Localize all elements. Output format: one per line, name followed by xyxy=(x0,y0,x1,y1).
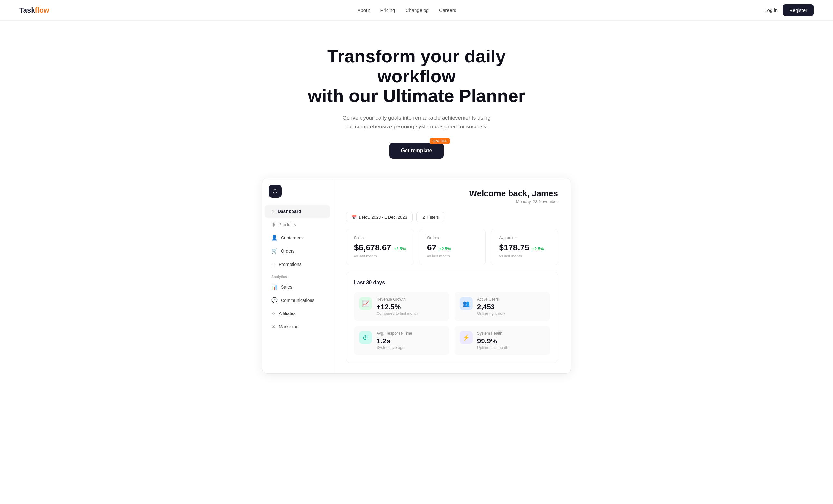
nav-changelog[interactable]: Changelog xyxy=(405,7,429,13)
date-range-button[interactable]: 📅 1 Nov, 2023 - 1 Dec, 2023 xyxy=(346,212,413,222)
main-dashboard: Welcome back, James Monday, 23 November … xyxy=(333,178,571,373)
nav-links: About Pricing Changelog Careers xyxy=(357,7,456,13)
register-button[interactable]: Register xyxy=(783,4,814,16)
stat-vs-avg-order: vs last month xyxy=(499,254,550,258)
customers-icon: 👤 xyxy=(271,235,278,241)
stat-value-avg-order: $178.75 +2.5% xyxy=(499,243,550,253)
response-label: Avg. Response Time xyxy=(377,331,412,336)
sidebar-nav-item-communications[interactable]: 💬 Communications xyxy=(265,294,330,306)
sidebar-label-dashboard: Dashboard xyxy=(278,209,301,214)
sidebar-nav-item-customers[interactable]: 👤 Customers xyxy=(265,231,330,244)
health-label: System Health xyxy=(477,331,508,336)
filters-label: Filters xyxy=(427,215,439,220)
sidebar-nav-item-marketing[interactable]: ✉ Marketing xyxy=(265,320,330,333)
stat-label-sales: Sales xyxy=(354,235,406,240)
sidebar-label-marketing: Marketing xyxy=(279,324,298,329)
health-icon-wrap: ⚡ xyxy=(460,331,473,344)
filter-icon: ⊿ xyxy=(422,215,426,220)
analytics-card-revenue: 📈 Revenue Growth +12.5% Compared to last… xyxy=(354,292,449,321)
stat-value-sales: $6,678.67 +2.5% xyxy=(354,243,406,253)
nav-about[interactable]: About xyxy=(357,7,370,13)
sidebar-label-communications: Communications xyxy=(281,298,314,303)
sales-icon: 📊 xyxy=(271,284,278,290)
sidebar-nav-item-affiliates[interactable]: ⊹ Affiliates xyxy=(265,307,330,320)
sidebar-nav-item-promotions[interactable]: ◻ Promotions xyxy=(265,258,330,270)
products-icon: ◈ xyxy=(271,221,275,228)
sidebar-label-promotions: Promotions xyxy=(279,262,302,267)
stats-row: Sales $6,678.67 +2.5% vs last month Orde… xyxy=(346,229,558,265)
discount-badge: 30% OFF xyxy=(430,138,450,144)
health-sub: Uptime this month xyxy=(477,345,508,350)
response-value: 1.2s xyxy=(377,337,412,345)
users-sub: Online right now xyxy=(477,311,505,316)
stat-value-orders: 67 +2.5% xyxy=(427,243,478,253)
analytics-section: Last 30 days 📈 Revenue Growth +12.5% Com… xyxy=(346,272,558,363)
cube-icon: ⬡ xyxy=(272,187,278,195)
stat-label-orders: Orders xyxy=(427,235,478,240)
welcome-title: Welcome back, James xyxy=(346,188,558,199)
navbar: Taskflow About Pricing Changelog Careers… xyxy=(0,0,833,21)
sidebar-label-customers: Customers xyxy=(281,235,303,241)
stat-change-orders: +2.5% xyxy=(439,247,451,251)
sidebar-label-affiliates: Affiliates xyxy=(279,311,296,316)
sidebar: ⬡ ⌂ Dashboard ◈ Products 👤 Customers 🛒 O… xyxy=(262,178,333,373)
sidebar-label-orders: Orders xyxy=(281,249,295,254)
users-label: Active Users xyxy=(477,297,505,302)
stat-card-avg-order: Avg order $178.75 +2.5% vs last month xyxy=(491,229,558,265)
welcome-date: Monday, 23 November xyxy=(346,199,558,204)
welcome-row: Welcome back, James Monday, 23 November xyxy=(346,188,558,204)
brand-name-part1: Task xyxy=(19,6,35,14)
stat-change-sales: +2.5% xyxy=(394,247,406,251)
hero-subtext: Convert your daily goals into remarkable… xyxy=(339,114,494,131)
analytics-info-users: Active Users 2,453 Online right now xyxy=(477,297,505,316)
stat-change-avg-order: +2.5% xyxy=(532,247,544,251)
stat-label-avg-order: Avg order xyxy=(499,235,550,240)
health-value: 99.9% xyxy=(477,337,508,345)
analytics-card-users: 👥 Active Users 2,453 Online right now xyxy=(454,292,550,321)
app-preview: ⬡ ⌂ Dashboard ◈ Products 👤 Customers 🛒 O… xyxy=(262,178,571,374)
cta-button[interactable]: Get template xyxy=(389,143,444,159)
sidebar-nav-item-products[interactable]: ◈ Products xyxy=(265,218,330,231)
orders-icon: 🛒 xyxy=(271,248,278,254)
health-icon: ⚡ xyxy=(462,334,470,341)
sidebar-label-products: Products xyxy=(278,222,296,227)
clock-icon: ⏱ xyxy=(363,334,368,341)
revenue-sub: Compared to last month xyxy=(377,311,418,316)
analytics-section-label: Analytics xyxy=(262,271,333,280)
users-icon-wrap: 👥 xyxy=(460,297,473,310)
trending-up-icon: 📈 xyxy=(362,300,369,307)
login-link[interactable]: Log in xyxy=(764,7,778,13)
analytics-info-health: System Health 99.9% Uptime this month xyxy=(477,331,508,350)
brand-name-part2: flow xyxy=(35,6,49,14)
response-sub: System average xyxy=(377,345,412,350)
analytics-card-health: ⚡ System Health 99.9% Uptime this month xyxy=(454,326,550,355)
calendar-icon: 📅 xyxy=(352,215,357,220)
sidebar-nav-item-sales[interactable]: 📊 Sales xyxy=(265,281,330,293)
nav-pricing[interactable]: Pricing xyxy=(380,7,395,13)
hero-headline: Transform your daily workflow with our U… xyxy=(296,46,537,106)
response-icon-wrap: ⏱ xyxy=(359,331,372,344)
hero-section: Transform your daily workflow with our U… xyxy=(0,21,833,178)
filters-button[interactable]: ⊿ Filters xyxy=(416,212,444,222)
date-range-label: 1 Nov, 2023 - 1 Dec, 2023 xyxy=(358,215,407,220)
stat-card-orders: Orders 67 +2.5% vs last month xyxy=(419,229,486,265)
users-icon: 👥 xyxy=(462,300,470,307)
users-value: 2,453 xyxy=(477,303,505,311)
affiliates-icon: ⊹ xyxy=(271,310,276,317)
nav-actions: Log in Register xyxy=(764,4,814,16)
sidebar-nav-item-orders[interactable]: 🛒 Orders xyxy=(265,245,330,257)
analytics-card-response: ⏱ Avg. Response Time 1.2s System average xyxy=(354,326,449,355)
cta-wrapper: 30% OFF Get template xyxy=(389,143,444,159)
marketing-icon: ✉ xyxy=(271,324,276,330)
sidebar-logo: ⬡ xyxy=(269,185,282,198)
revenue-value: +12.5% xyxy=(377,303,418,311)
communications-icon: 💬 xyxy=(271,297,278,303)
revenue-icon-wrap: 📈 xyxy=(359,297,372,310)
sidebar-label-sales: Sales xyxy=(281,284,292,289)
nav-careers[interactable]: Careers xyxy=(439,7,456,13)
revenue-label: Revenue Growth xyxy=(377,297,418,302)
analytics-info-response: Avg. Response Time 1.2s System average xyxy=(377,331,412,350)
home-icon: ⌂ xyxy=(271,208,275,215)
stat-vs-orders: vs last month xyxy=(427,254,478,258)
sidebar-nav-item-dashboard[interactable]: ⌂ Dashboard xyxy=(265,205,330,218)
